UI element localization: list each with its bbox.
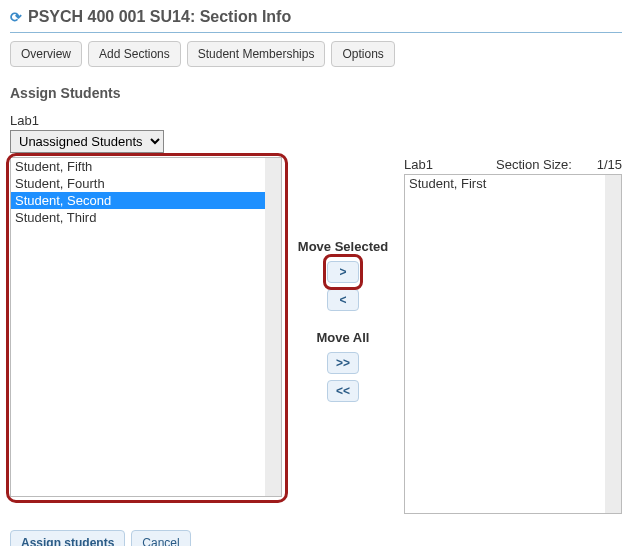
scrollbar[interactable]: [265, 158, 281, 496]
cancel-button[interactable]: Cancel: [131, 530, 190, 546]
assign-students-heading: Assign Students: [10, 85, 622, 101]
list-item[interactable]: Student, Fourth: [11, 175, 281, 192]
move-all-left-button[interactable]: <<: [327, 380, 359, 402]
available-students-listbox[interactable]: Student, FifthStudent, FourthStudent, Se…: [10, 157, 282, 497]
list-item[interactable]: Student, Fifth: [11, 158, 281, 175]
footer-actions: Assign students Cancel: [10, 530, 622, 546]
move-all-right-button[interactable]: >>: [327, 352, 359, 374]
tab-overview[interactable]: Overview: [10, 41, 82, 67]
move-selected-label: Move Selected: [298, 239, 388, 254]
assigned-header: Lab1 Section Size: 1/15: [404, 157, 622, 172]
list-item[interactable]: Student, First: [405, 175, 621, 192]
move-controls: Move Selected > < Move All >> <<: [290, 157, 396, 405]
left-section-label: Lab1: [10, 113, 622, 128]
move-right-button[interactable]: >: [327, 261, 359, 283]
assign-students-button[interactable]: Assign students: [10, 530, 125, 546]
section-size-value: 1/15: [586, 157, 622, 172]
assigned-section-label: Lab1: [404, 157, 496, 172]
page-title-text: PSYCH 400 001 SU14: Section Info: [28, 8, 291, 26]
list-item[interactable]: Student, Third: [11, 209, 281, 226]
tab-bar: Overview Add Sections Student Membership…: [10, 41, 622, 67]
scrollbar[interactable]: [605, 175, 621, 513]
refresh-icon: ⟳: [10, 9, 22, 25]
list-item[interactable]: Student, Second: [11, 192, 281, 209]
assigned-students-listbox[interactable]: Student, First: [404, 174, 622, 514]
page-title: ⟳ PSYCH 400 001 SU14: Section Info: [10, 8, 622, 33]
tab-add-sections[interactable]: Add Sections: [88, 41, 181, 67]
move-left-button[interactable]: <: [327, 289, 359, 311]
tab-options[interactable]: Options: [331, 41, 394, 67]
unassigned-students-select[interactable]: Unassigned Students: [10, 130, 164, 153]
tab-student-memberships[interactable]: Student Memberships: [187, 41, 326, 67]
move-all-label: Move All: [317, 330, 370, 345]
section-size-label: Section Size:: [496, 157, 586, 172]
